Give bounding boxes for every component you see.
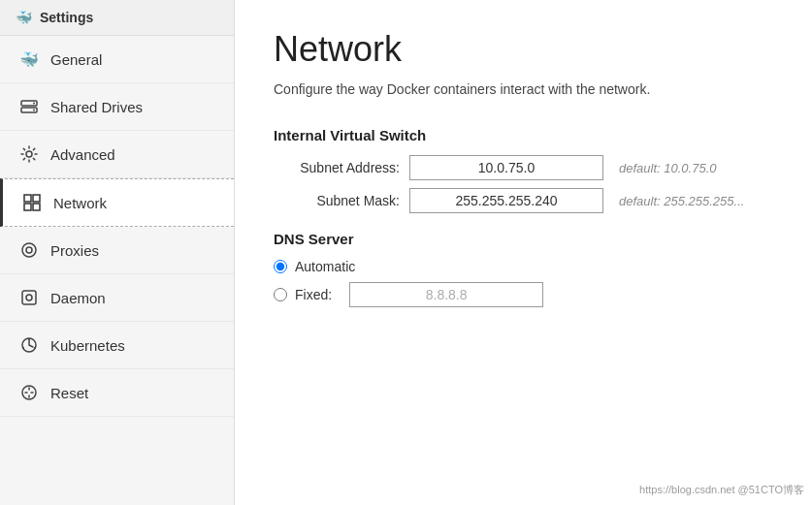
proxies-icon [19,240,39,260]
dns-fixed-input[interactable] [349,282,543,307]
subnet-mask-label: Subnet Mask: [274,193,400,208]
sidebar-item-proxies[interactable]: Proxies [0,227,234,274]
dns-fixed-radio[interactable] [274,288,287,301]
subnet-address-input[interactable] [409,155,603,180]
page-description: Configure the way Docker containers inte… [274,79,773,100]
internal-virtual-switch-section: Internal Virtual Switch Subnet Address: … [274,127,773,213]
sidebar-item-shared-drives-label: Shared Drives [50,99,143,115]
sidebar-item-shared-drives[interactable]: Shared Drives [0,83,234,131]
sidebar: 🐳 Settings 🐳 General Shared Drives Advan… [0,0,235,505]
svg-point-10 [26,247,32,253]
subnet-mask-input[interactable] [409,188,603,213]
main-content: Network Configure the way Docker contain… [235,0,812,505]
svg-point-9 [22,243,36,257]
sidebar-item-reset[interactable]: Reset [0,369,234,417]
sidebar-item-network[interactable]: Network [0,178,234,227]
sidebar-item-daemon[interactable]: Daemon [0,274,234,322]
sidebar-item-kubernetes-label: Kubernetes [50,337,125,354]
shared-drives-icon [19,97,39,116]
sidebar-item-kubernetes[interactable]: Kubernetes [0,322,234,369]
internal-virtual-switch-heading: Internal Virtual Switch [274,127,773,143]
network-icon [22,193,42,212]
app-title: 🐳 Settings [0,0,234,36]
svg-rect-11 [22,291,36,304]
docker-icon: 🐳 [16,10,32,25]
subnet-mask-default: default: 255.255.255... [619,194,744,208]
kubernetes-icon [19,335,39,355]
svg-rect-5 [24,195,31,202]
subnet-address-row: Subnet Address: default: 10.0.75.0 [274,155,773,180]
dns-server-heading: DNS Server [274,231,773,247]
svg-point-4 [26,151,32,157]
general-icon: 🐳 [19,49,39,69]
dns-fixed-label: Fixed: [295,287,332,302]
svg-point-15 [34,347,36,349]
dns-automatic-label: Automatic [295,259,355,274]
dns-automatic-radio[interactable] [274,260,287,273]
reset-icon [19,383,39,402]
settings-label: Settings [40,10,93,25]
svg-point-12 [26,295,32,300]
svg-rect-7 [24,204,31,210]
svg-point-16 [22,347,24,349]
sidebar-item-reset-label: Reset [50,385,88,401]
sidebar-item-general[interactable]: 🐳 General [0,36,234,83]
svg-rect-8 [33,204,40,210]
sidebar-item-daemon-label: Daemon [50,290,106,306]
sidebar-item-general-label: General [50,51,102,68]
sidebar-item-network-label: Network [53,195,107,211]
svg-point-14 [28,338,30,340]
svg-point-3 [33,110,35,111]
page-title: Network [274,29,773,70]
advanced-icon [19,144,39,164]
sidebar-item-proxies-label: Proxies [50,242,99,259]
daemon-icon [19,288,39,307]
svg-point-2 [33,103,35,105]
subnet-address-label: Subnet Address: [274,160,400,175]
subnet-mask-row: Subnet Mask: default: 255.255.255... [274,188,773,213]
sidebar-item-advanced-label: Advanced [50,146,115,163]
dns-server-section: DNS Server Automatic Fixed: [274,231,773,307]
svg-rect-6 [33,195,40,202]
dns-automatic-row: Automatic [274,259,773,274]
sidebar-item-advanced[interactable]: Advanced [0,131,234,178]
subnet-address-default: default: 10.0.75.0 [619,161,716,175]
dns-fixed-row: Fixed: [274,282,773,307]
